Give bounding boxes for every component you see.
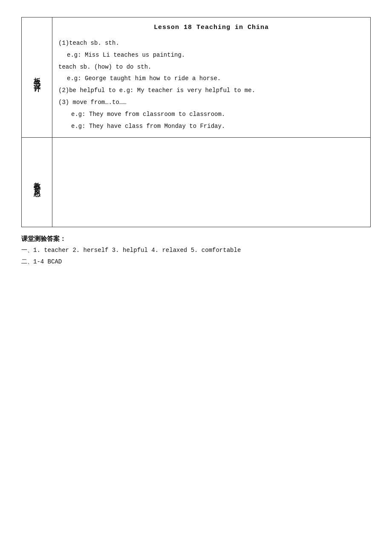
answers-section: 课堂测验答案： 一、1. teacher 2. herself 3. helpf…: [21, 235, 371, 267]
board-line-2: e.g: Miss Li teaches us painting.: [58, 50, 364, 61]
board-line-6: (3) move from….to……: [58, 97, 364, 108]
answers-title: 课堂测验答案：: [21, 235, 371, 243]
board-content-cell: Lesson 18 Teaching in China (1)teach sb.…: [52, 17, 371, 138]
board-line-4: e.g: George taught him how to ride a hor…: [58, 73, 364, 84]
reflection-content-cell: [52, 137, 371, 227]
answers-line-1: 一、1. teacher 2. herself 3. helpful 4. re…: [21, 246, 371, 256]
board-line-5: (2)be helpful to e.g: My teacher is very…: [58, 85, 364, 96]
board-line-1: (1)teach sb. sth.: [58, 38, 364, 49]
reflection-label: 教学反思: [22, 137, 52, 227]
lesson-title: Lesson 18 Teaching in China: [58, 22, 364, 34]
board-line-3: teach sb. (how) to do sth.: [58, 62, 364, 73]
main-table: 板书设计 Lesson 18 Teaching in China (1)teac…: [21, 17, 371, 227]
board-line-8: e.g: They have class from Monday to Frid…: [58, 121, 364, 132]
answers-line-2: 二、1-4 BCAD: [21, 257, 371, 267]
board-label: 板书设计: [22, 17, 52, 138]
board-line-7: e.g: They move from classroom to classro…: [58, 109, 364, 120]
